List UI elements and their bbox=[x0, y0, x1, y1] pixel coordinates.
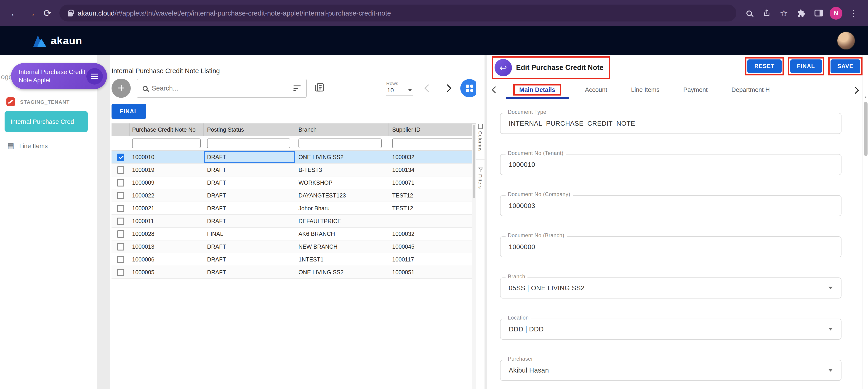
row-checkbox[interactable] bbox=[117, 153, 124, 161]
table-row[interactable]: 1000005 DRAFT ONE LIVING SS2 1000051 bbox=[112, 266, 476, 279]
prev-page-button[interactable] bbox=[425, 84, 432, 92]
applet-pill-label: Internal Purchase Credit Note Applet bbox=[19, 68, 86, 84]
final-button[interactable]: FINAL bbox=[790, 59, 822, 73]
listing-scrollbar[interactable] bbox=[472, 124, 476, 389]
tab-label: Account bbox=[585, 86, 608, 93]
browser-menu-icon[interactable]: ⋮ bbox=[845, 5, 862, 21]
tab-line-items[interactable]: Line Items bbox=[619, 81, 672, 99]
listing-final-button[interactable]: FINAL bbox=[112, 104, 146, 119]
share-icon[interactable] bbox=[758, 5, 775, 21]
field-value: Akibul Hasan bbox=[509, 367, 549, 374]
field-purchaser-dropdown[interactable]: Purchaser Akibul Hasan bbox=[500, 360, 841, 381]
filter-input-supplier-id[interactable] bbox=[392, 139, 475, 148]
table-row[interactable]: 1000022 DRAFT DAYANGTEST123 TEST12 bbox=[112, 189, 476, 202]
table-row[interactable]: 1000011 DRAFT DEFAULTPRICE bbox=[112, 215, 476, 228]
cell-supplier-id: 1000071 bbox=[389, 179, 476, 186]
cell-branch: Johor Bharu bbox=[295, 205, 389, 211]
column-header-credit-note-no[interactable]: Purchase Credit Note No bbox=[130, 123, 204, 136]
search-input[interactable] bbox=[152, 85, 289, 92]
list-alt-icon[interactable] bbox=[314, 82, 324, 94]
filters-tab[interactable]: Filters bbox=[478, 167, 483, 189]
applet-pill-button[interactable]: Internal Purchase Credit Note Applet bbox=[11, 63, 107, 89]
cell-branch: ONE LIVING SS2 bbox=[295, 269, 389, 275]
forward-nav-icon[interactable]: → bbox=[23, 5, 39, 21]
lock-icon bbox=[68, 12, 73, 16]
reload-icon[interactable]: ⟳ bbox=[39, 5, 56, 21]
bookmark-star-icon[interactable]: ☆ bbox=[776, 5, 792, 21]
form-back-button[interactable]: ↩ bbox=[495, 59, 512, 76]
pill-menu-button[interactable] bbox=[86, 68, 103, 84]
rows-per-page-selector[interactable]: Rows 10 bbox=[386, 81, 413, 96]
form-title: Edit Purchase Credit Note bbox=[516, 63, 603, 72]
column-header-posting-status[interactable]: Posting Status bbox=[204, 123, 295, 136]
tabs-scroll-right-icon[interactable] bbox=[852, 87, 859, 94]
row-checkbox[interactable] bbox=[117, 256, 124, 263]
table-row[interactable]: 1000009 DRAFT WORKSHOP 1000071 bbox=[112, 176, 476, 189]
filter-input-credit-note-no[interactable] bbox=[132, 139, 201, 148]
search-box[interactable] bbox=[137, 79, 307, 98]
table-row[interactable]: 1000006 DRAFT 1NTEST1 1000117 bbox=[112, 253, 476, 266]
tab-label: Payment bbox=[683, 86, 708, 93]
logo-placeholder: ogo bbox=[1, 73, 12, 81]
content-area: ogo Internal Purchase Credit Note Applet… bbox=[0, 55, 868, 389]
akaun-logo-icon bbox=[33, 35, 46, 47]
cell-credit-note-no: 1000006 bbox=[130, 256, 204, 263]
row-checkbox[interactable] bbox=[117, 179, 124, 186]
back-nav-icon[interactable]: ← bbox=[6, 5, 23, 21]
address-bar[interactable]: akaun.cloud/#/applets/tnt/wavelet/erp/in… bbox=[59, 5, 736, 22]
grid-icon bbox=[466, 85, 473, 92]
scroll-up-icon[interactable]: ▲ bbox=[863, 95, 868, 99]
field-branch-dropdown[interactable]: Branch 05SS | ONE LIVING SS2 bbox=[500, 277, 841, 299]
field-document-no-company[interactable]: Document No (Company) 1000003 bbox=[500, 195, 841, 216]
sidebar-item-module-button[interactable]: Internal Purchase Cred bbox=[5, 111, 88, 132]
filter-input-posting-status[interactable] bbox=[207, 139, 290, 148]
tab-payment[interactable]: Payment bbox=[672, 81, 720, 99]
tabs-scroll-left-icon[interactable] bbox=[492, 86, 499, 93]
next-page-button[interactable] bbox=[443, 84, 452, 92]
extensions-icon[interactable] bbox=[793, 5, 809, 21]
column-header-supplier-id[interactable]: Supplier ID bbox=[389, 123, 476, 136]
page-scrollbar[interactable]: ▲ bbox=[863, 55, 868, 389]
sidebar-item-line-items[interactable]: ▤ Line Items bbox=[7, 142, 48, 149]
save-annotation-box: SAVE bbox=[828, 57, 863, 76]
row-checkbox[interactable] bbox=[117, 166, 124, 174]
add-button[interactable]: + bbox=[112, 79, 131, 98]
akaun-logo: akaun bbox=[33, 34, 82, 47]
field-label: Document No (Tenant) bbox=[505, 150, 566, 156]
filter-input-branch[interactable] bbox=[299, 139, 382, 148]
row-checkbox[interactable] bbox=[117, 269, 124, 276]
columns-tab[interactable]: Columns bbox=[478, 124, 483, 152]
table-row[interactable]: 1000013 DRAFT NEW BRANCH 1000045 bbox=[112, 240, 476, 253]
tab-department-header[interactable]: Department H bbox=[719, 81, 782, 99]
side-panel-icon[interactable] bbox=[810, 5, 827, 21]
table-row[interactable]: 1000019 DRAFT B-TEST3 1000134 bbox=[112, 163, 476, 176]
zoom-search-icon[interactable] bbox=[741, 5, 757, 21]
chevron-down-icon bbox=[828, 369, 833, 371]
table-row[interactable]: 1000010 DRAFT ONE LIVING SS2 1000032 bbox=[112, 151, 476, 163]
row-checkbox[interactable] bbox=[117, 192, 124, 199]
field-document-type[interactable]: Document Type INTERNAL_PURCHASE_CREDIT_N… bbox=[500, 113, 841, 134]
field-document-no-branch[interactable]: Document No (Branch) 1000000 bbox=[500, 236, 841, 257]
tab-main-details[interactable]: Main Details bbox=[501, 81, 573, 99]
table-row[interactable]: 1000028 FINAL AK6 BRANCH 1000032 bbox=[112, 228, 476, 240]
sidebar-item-tenant[interactable]: STAGING_TENANT bbox=[6, 97, 70, 106]
tab-label: Line Items bbox=[631, 86, 659, 93]
column-header-branch[interactable]: Branch bbox=[295, 123, 389, 136]
row-checkbox[interactable] bbox=[117, 205, 124, 212]
row-checkbox[interactable] bbox=[117, 217, 124, 225]
user-avatar[interactable] bbox=[837, 32, 855, 50]
field-document-no-tenant[interactable]: Document No (Tenant) 1000010 bbox=[500, 154, 841, 175]
scroll-thumb[interactable] bbox=[473, 125, 475, 198]
save-button[interactable]: SAVE bbox=[831, 59, 860, 73]
profile-badge[interactable]: N bbox=[828, 5, 844, 21]
listing-panel: Internal Purchase Credit Note Listing + … bbox=[110, 55, 476, 389]
filter-list-icon[interactable] bbox=[293, 86, 301, 91]
field-location-dropdown[interactable]: Location DDD | DDD bbox=[500, 319, 841, 340]
tab-account[interactable]: Account bbox=[573, 81, 619, 99]
reset-button[interactable]: RESET bbox=[748, 59, 781, 73]
table-row[interactable]: 1000021 DRAFT Johor Bharu TEST12 bbox=[112, 202, 476, 215]
listing-controls: + Rows 10 bbox=[112, 77, 476, 99]
scroll-thumb[interactable] bbox=[864, 102, 868, 156]
row-checkbox[interactable] bbox=[117, 243, 124, 250]
row-checkbox[interactable] bbox=[117, 230, 124, 237]
